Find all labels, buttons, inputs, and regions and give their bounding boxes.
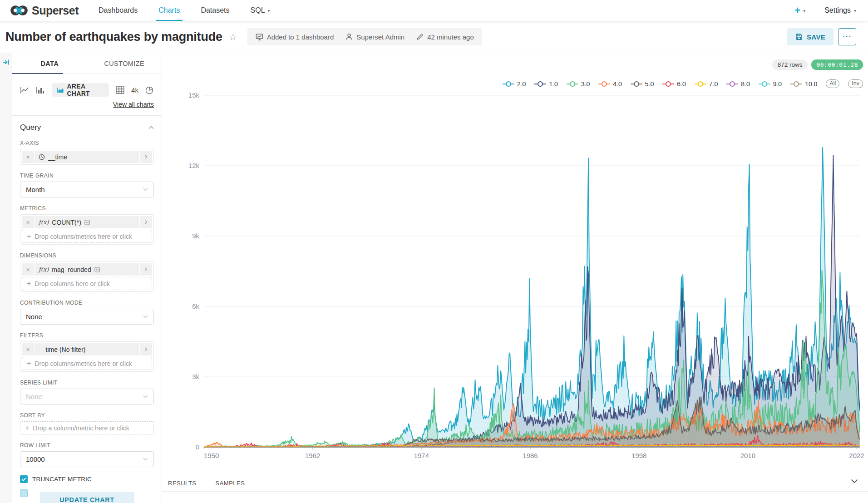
x-tick-label: 1998 [631, 452, 646, 459]
time-grain-select[interactable]: Month [20, 182, 154, 197]
plus-icon: + [27, 232, 31, 241]
x-tick-label: 1950 [204, 452, 219, 459]
time-grain-field-label: TIME GRAIN [20, 173, 154, 179]
y-tick-label: 0 [196, 443, 199, 451]
collapse-section-icon[interactable] [148, 126, 154, 129]
tab-samples[interactable]: SAMPLES [216, 480, 245, 487]
expand-results-chevron-icon[interactable] [851, 479, 858, 483]
tab-data[interactable]: DATA [12, 53, 87, 74]
chart-header: Number of earthquakes by magnitude ☆ Add… [0, 21, 868, 53]
superset-logo[interactable]: Superset [0, 4, 92, 17]
y-tick-label: 15k [188, 91, 200, 99]
viztype-label: AREA CHART [67, 83, 104, 97]
dimensions-field-label: DIMENSIONS [20, 252, 154, 259]
remove-icon[interactable]: × [22, 263, 34, 276]
dimensions-control: × ƒ(x) mag_rounded › + Drop columns here… [20, 261, 154, 292]
chevron-down-icon [143, 188, 148, 191]
remove-icon[interactable]: × [22, 343, 34, 355]
filters-control: × __time (No filter) › + Drop columns/me… [20, 341, 154, 372]
contribution-mode-select[interactable]: None [20, 309, 154, 325]
modified-badge-label: 42 minutes ago [427, 33, 474, 41]
page-title[interactable]: Number of earthquakes by magnitude [5, 30, 222, 44]
x-tick-label: 1986 [523, 452, 538, 459]
more-options-button[interactable]: ··· [838, 28, 856, 45]
chevron-right-icon[interactable]: › [140, 216, 152, 228]
filters-field-label: FILTERS [20, 332, 154, 339]
area-chart-icon [57, 87, 64, 94]
row-limit-field-label: ROW LIMIT [20, 442, 154, 449]
pie-chart-icon[interactable] [145, 85, 154, 94]
xaxis-pill[interactable]: × __time › [22, 151, 152, 163]
nav-item-charts[interactable]: Charts [158, 0, 180, 21]
remove-icon[interactable]: × [22, 216, 34, 228]
truncate-metric-row: TRUNCATE METRIC [20, 475, 154, 483]
dimensions-dropzone[interactable]: + Drop columns here or click [22, 277, 152, 290]
chevron-right-icon[interactable]: › [140, 343, 152, 355]
chart-pane: 872 rows 00:00:01.28 2.01.03.04.05.06.07… [162, 53, 868, 503]
filters-dropzone[interactable]: + Drop columns/metrics here or click [22, 357, 152, 370]
chevron-down-icon [143, 315, 148, 318]
plus-icon: + [794, 5, 800, 15]
filter-pill[interactable]: × __time (No filter) › [22, 343, 152, 355]
update-chart-button[interactable]: UPDATE CHART [40, 492, 134, 503]
x-tick-label: 1962 [305, 452, 320, 459]
truncate-metric-checkbox[interactable] [20, 475, 28, 483]
bar-chart-icon[interactable] [36, 85, 45, 94]
viztype-selected-area-chart[interactable]: AREA CHART [52, 83, 109, 97]
last-modified-badge[interactable]: 42 minutes ago [416, 33, 474, 41]
x-tick-label: 2010 [740, 452, 755, 459]
favorite-star-icon[interactable]: ☆ [229, 32, 237, 43]
chevron-right-icon[interactable]: › [140, 151, 152, 163]
query-section-header[interactable]: Query [20, 123, 154, 132]
area-chart[interactable]: 03k6k9k12k15k195019621974198619982010202… [162, 85, 868, 468]
tab-customize[interactable]: CUSTOMIZE [87, 53, 162, 74]
save-icon [795, 33, 803, 40]
chevron-down-icon [143, 395, 148, 398]
owner-badge[interactable]: Superset Admin [345, 33, 404, 41]
plus-icon: + [27, 280, 31, 288]
dataset-field-icon [84, 220, 90, 225]
settings-label: Settings [824, 6, 851, 15]
user-icon [345, 33, 353, 40]
viztype-4k[interactable]: 4k [131, 86, 138, 94]
save-button[interactable]: SAVE [787, 28, 833, 45]
xaxis-value: __time [48, 153, 67, 161]
metric-value: COUNT(*) [52, 219, 81, 226]
metric-pill[interactable]: × ƒ(x) COUNT(*) › [22, 216, 152, 228]
new-menu-button[interactable]: + ▾ [794, 5, 805, 15]
nav-item-datasets[interactable]: Datasets [201, 0, 229, 21]
settings-menu-button[interactable]: Settings ▾ [824, 6, 856, 15]
collapse-rail [0, 53, 12, 503]
chevron-down-icon [143, 458, 148, 461]
dashboard-count-badge[interactable]: Added to 1 dashboard [256, 33, 334, 41]
xaxis-field-label: X-AXIS [20, 140, 154, 146]
table-icon[interactable] [116, 85, 124, 94]
row-limit-select[interactable]: 10000 [20, 451, 154, 467]
dropzone-hint: Drop columns here or click [35, 280, 110, 287]
chevron-right-icon[interactable]: › [140, 263, 152, 276]
metrics-dropzone[interactable]: + Drop columns/metrics here or click [22, 230, 152, 243]
function-icon: ƒ(x) [39, 266, 49, 273]
view-all-charts-link[interactable]: View all charts [113, 101, 154, 108]
nav-item-dashboards[interactable]: Dashboards [99, 0, 138, 21]
dimension-pill[interactable]: × ƒ(x) mag_rounded › [22, 263, 152, 276]
line-chart-icon[interactable] [20, 85, 29, 94]
row-count-badge: 872 rows [772, 59, 808, 70]
function-icon: ƒ(x) [39, 219, 49, 226]
remove-icon[interactable]: × [22, 151, 34, 163]
divider [12, 115, 162, 116]
sort-by-dropzone[interactable]: + Drop a column/metric here or click [20, 421, 154, 434]
series-limit-select[interactable]: None [20, 389, 154, 404]
south-pane: RESULTS SAMPLES [162, 475, 868, 492]
expand-panel-icon[interactable] [2, 59, 10, 66]
y-tick-label: 6k [192, 302, 199, 310]
tab-results[interactable]: RESULTS [168, 480, 197, 487]
dropzone-hint: Drop a column/metric here or click [33, 424, 129, 432]
clock-icon [39, 154, 45, 160]
y-tick-label: 3k [192, 373, 199, 380]
nav-item-sql[interactable]: SQL▾ [251, 0, 270, 21]
dropzone-hint: Drop columns/metrics here or click [35, 360, 132, 367]
series-limit-field-label: SERIES LIMIT [20, 380, 154, 386]
brand-name: Superset [32, 4, 79, 17]
data-panel: DATA CUSTOMIZE AREA CHART 4k [12, 53, 162, 503]
